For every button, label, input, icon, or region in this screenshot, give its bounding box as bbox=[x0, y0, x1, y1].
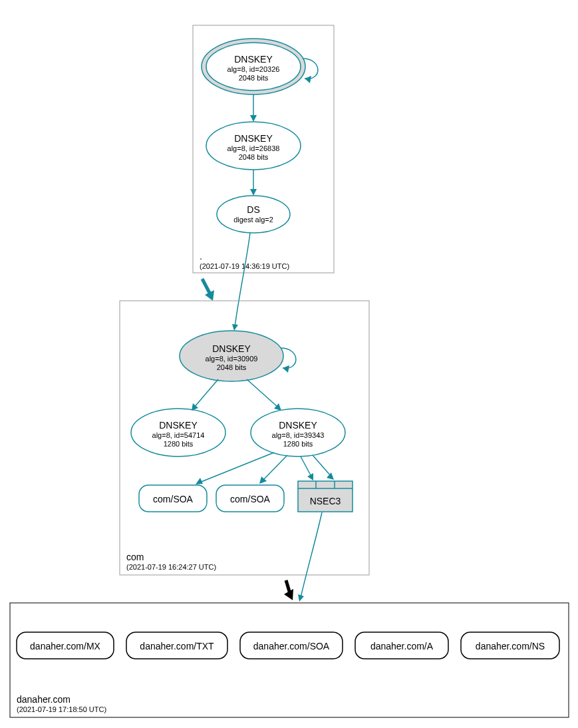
zone-root-name: . bbox=[200, 251, 202, 262]
edge-com-ksk-zsk2 bbox=[247, 379, 278, 407]
root-zsk-node: DNSKEY alg=8, id=26838 2048 bits bbox=[206, 122, 301, 170]
com-zsk1-title: DNSKEY bbox=[159, 420, 198, 431]
svg-marker-7 bbox=[250, 189, 257, 196]
com-soa1-label: com/SOA bbox=[153, 494, 194, 504]
svg-marker-26 bbox=[327, 472, 334, 480]
rrset-soa-node: danaher.com/SOA bbox=[240, 632, 343, 659]
rrset-soa-label: danaher.com/SOA bbox=[253, 641, 330, 651]
root-ds-node: DS digest alg=2 bbox=[217, 196, 290, 233]
svg-marker-5 bbox=[250, 115, 257, 122]
com-zsk2-title: DNSKEY bbox=[279, 420, 317, 431]
zone-domain-timestamp: (2021-07-19 17:18:50 UTC) bbox=[17, 705, 106, 713]
com-zsk1-line2: alg=8, id=54714 bbox=[152, 431, 205, 439]
svg-marker-12 bbox=[283, 365, 289, 373]
rrset-a-label: danaher.com/A bbox=[370, 641, 434, 651]
com-ksk-node: DNSKEY alg=8, id=30909 2048 bits bbox=[180, 331, 283, 381]
com-nsec3-node: NSEC3 bbox=[298, 481, 353, 512]
rrset-txt-node: danaher.com/TXT bbox=[126, 632, 227, 659]
rrset-mx-node: danaher.com/MX bbox=[17, 632, 114, 659]
zone-domain-name: danaher.com bbox=[17, 694, 71, 705]
root-ds-line2: digest alg=2 bbox=[233, 216, 273, 224]
root-ksk-line2: alg=8, id=20326 bbox=[227, 65, 280, 73]
svg-marker-9 bbox=[232, 324, 238, 331]
svg-marker-3 bbox=[305, 76, 311, 83]
com-soa1-node: com/SOA bbox=[139, 485, 207, 512]
com-nsec3-label: NSEC3 bbox=[310, 496, 341, 506]
rrset-txt-label: danaher.com/TXT bbox=[140, 641, 214, 651]
com-zsk1-node: DNSKEY alg=8, id=54714 1280 bits bbox=[131, 409, 225, 456]
com-zsk2-node: DNSKEY alg=8, id=39343 1280 bits bbox=[251, 409, 345, 456]
dnssec-diagram: . (2021-07-19 14:36:19 UTC) DNSKEY alg=8… bbox=[0, 0, 578, 728]
edge-com-ksk-zsk1 bbox=[194, 379, 218, 407]
svg-marker-28 bbox=[298, 594, 304, 602]
rrset-mx-label: danaher.com/MX bbox=[30, 641, 100, 651]
zone-com-name: com bbox=[126, 552, 144, 562]
edge-zsk2-soa2 bbox=[263, 455, 287, 480]
zone-domain: danaher.com (2021-07-19 17:18:50 UTC) bbox=[10, 603, 569, 717]
com-soa2-label: com/SOA bbox=[230, 494, 271, 504]
zone-com-timestamp: (2021-07-19 16:24:27 UTC) bbox=[126, 563, 216, 571]
com-zsk2-line3: 1280 bits bbox=[283, 440, 313, 448]
com-zsk1-line3: 1280 bits bbox=[164, 440, 194, 448]
com-soa2-node: com/SOA bbox=[216, 485, 284, 512]
rrset-ns-node: danaher.com/NS bbox=[461, 632, 559, 659]
rrset-ns-label: danaher.com/NS bbox=[476, 641, 545, 651]
root-ksk-node: DNSKEY alg=8, id=20326 2048 bits bbox=[202, 39, 305, 94]
edge-root-to-com-zone bbox=[202, 279, 210, 294]
edge-nsec3-to-domain bbox=[301, 512, 322, 598]
edge-ds-to-com-ksk bbox=[235, 233, 250, 327]
rrset-a-node: danaher.com/A bbox=[355, 632, 448, 659]
edge-zsk2-nsec3b bbox=[313, 455, 331, 476]
root-zsk-line2: alg=8, id=26838 bbox=[227, 144, 280, 152]
root-zsk-line3: 2048 bits bbox=[239, 153, 269, 161]
root-ksk-title: DNSKEY bbox=[234, 54, 273, 65]
root-ds-title: DS bbox=[247, 204, 259, 215]
com-ksk-line3: 2048 bits bbox=[217, 363, 247, 371]
com-zsk2-line2: alg=8, id=39343 bbox=[272, 431, 325, 439]
root-ksk-line3: 2048 bits bbox=[239, 74, 269, 82]
svg-rect-29 bbox=[10, 603, 569, 717]
com-ksk-title: DNSKEY bbox=[212, 343, 251, 354]
root-zsk-title: DNSKEY bbox=[234, 133, 273, 144]
edge-zsk2-nsec3a bbox=[301, 456, 311, 476]
com-ksk-line2: alg=8, id=30909 bbox=[206, 355, 258, 363]
